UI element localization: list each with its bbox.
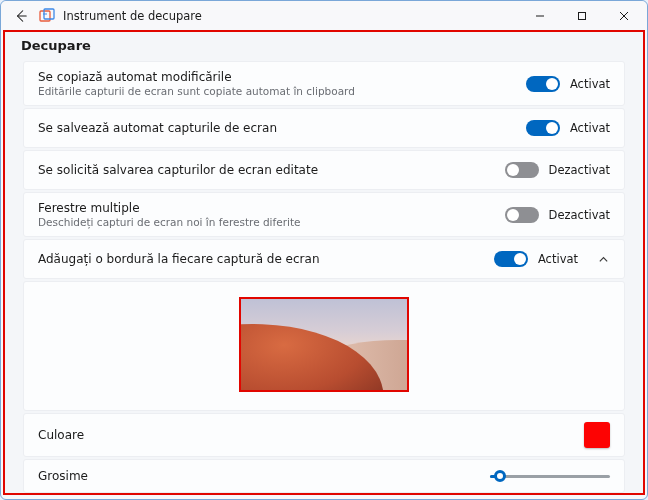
preview-image xyxy=(239,297,409,392)
settings-list: Se copiază automat modificările Edităril… xyxy=(5,61,643,493)
setting-label: Se copiază automat modificările xyxy=(38,70,526,84)
app-window: Instrument de decupare Decupare Se copia… xyxy=(0,0,648,500)
setting-label: Se solicită salvarea capturilor de ecran… xyxy=(38,163,505,177)
svg-rect-3 xyxy=(579,12,586,19)
app-icon xyxy=(39,8,55,24)
close-icon xyxy=(619,11,629,21)
setting-label: Adăugați o bordură la fiecare captură de… xyxy=(38,252,494,266)
toggle-state-label: Dezactivat xyxy=(549,163,610,177)
setting-multiple-windows[interactable]: Ferestre multiple Deschideți capturi de … xyxy=(23,192,625,237)
setting-border-thickness[interactable]: Grosime xyxy=(23,459,625,493)
minimize-button[interactable] xyxy=(519,2,561,30)
setting-description: Editările capturii de ecran sunt copiate… xyxy=(38,85,526,97)
toggle-auto-copy[interactable] xyxy=(526,76,560,92)
toggle-state-label: Dezactivat xyxy=(549,208,610,222)
maximize-button[interactable] xyxy=(561,2,603,30)
toggle-add-border[interactable] xyxy=(494,251,528,267)
window-controls xyxy=(519,2,645,30)
toggle-state-label: Activat xyxy=(570,121,610,135)
border-preview xyxy=(23,281,625,411)
titlebar: Instrument de decupare xyxy=(1,1,647,30)
back-button[interactable] xyxy=(11,6,31,26)
minimize-icon xyxy=(535,11,545,21)
setting-add-border[interactable]: Adăugați o bordură la fiecare captură de… xyxy=(23,239,625,279)
maximize-icon xyxy=(577,11,587,21)
setting-label: Se salvează automat capturile de ecran xyxy=(38,121,526,135)
window-title: Instrument de decupare xyxy=(63,9,202,23)
setting-prompt-save-edited[interactable]: Se solicită salvarea capturilor de ecran… xyxy=(23,150,625,190)
close-button[interactable] xyxy=(603,2,645,30)
setting-description: Deschideți capturi de ecran noi în feres… xyxy=(38,216,505,228)
section-title: Decupare xyxy=(5,38,643,61)
setting-label: Ferestre multiple xyxy=(38,201,505,215)
color-label: Culoare xyxy=(38,428,584,442)
toggle-multiple-windows[interactable] xyxy=(505,207,539,223)
collapse-button[interactable] xyxy=(596,252,610,266)
toggle-prompt-save[interactable] xyxy=(505,162,539,178)
color-swatch[interactable] xyxy=(584,422,610,448)
setting-auto-copy[interactable]: Se copiază automat modificările Edităril… xyxy=(23,61,625,106)
thickness-slider[interactable] xyxy=(490,468,610,484)
arrow-left-icon xyxy=(14,9,28,23)
toggle-auto-save[interactable] xyxy=(526,120,560,136)
toggle-state-label: Activat xyxy=(538,252,578,266)
thickness-label: Grosime xyxy=(38,469,490,483)
content-area: Decupare Se copiază automat modificările… xyxy=(3,30,645,495)
chevron-up-icon xyxy=(598,254,609,265)
setting-auto-save[interactable]: Se salvează automat capturile de ecran A… xyxy=(23,108,625,148)
toggle-state-label: Activat xyxy=(570,77,610,91)
setting-border-color[interactable]: Culoare xyxy=(23,413,625,457)
